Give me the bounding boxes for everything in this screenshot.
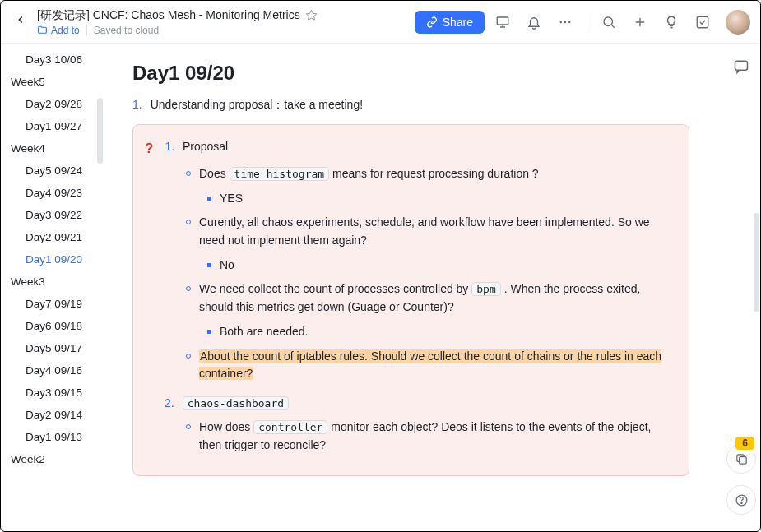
bullet-square-icon: [207, 197, 211, 201]
comments-button[interactable]: [733, 58, 749, 75]
svg-point-5: [564, 21, 566, 22]
q1-text: Does time histogram means for request pr…: [199, 165, 539, 183]
subtitle-row: Add to Saved to cloud: [37, 25, 318, 36]
share-label: Share: [443, 16, 473, 29]
q5-text: How does controller monitor each object?…: [199, 419, 674, 454]
code-controller: controller: [253, 420, 327, 434]
outline-day[interactable]: Day5 09/24: [1, 160, 107, 182]
svg-marker-0: [306, 10, 317, 20]
outline-day[interactable]: Day1 09/27: [1, 115, 107, 137]
q4: About the count of iptables rules. Shoul…: [186, 348, 674, 383]
task-button[interactable]: [689, 9, 716, 35]
lightbulb-icon: [664, 15, 679, 30]
doc-title[interactable]: [研发记录] CNCF: Chaos Mesh - Monitoring Met…: [37, 8, 300, 23]
item1-text: Understanding proposal：take a meeting!: [151, 98, 363, 113]
block2-list: How does controller monitor each object?…: [186, 419, 674, 454]
idea-button[interactable]: [658, 9, 684, 35]
q4-text: About the count of iptables rules. Shoul…: [199, 348, 674, 383]
outline-day[interactable]: Day3 09/22: [1, 204, 107, 226]
outline-day[interactable]: Day6 09/18: [1, 315, 107, 337]
bullet-ring-icon: [186, 354, 191, 359]
saved-status: Saved to cloud: [94, 25, 159, 36]
svg-rect-11: [697, 16, 708, 28]
outline-day[interactable]: Day3 10/06: [1, 49, 107, 71]
a1: YES: [207, 190, 674, 208]
ordered-item-1: 1. Understanding proposal：take a meeting…: [132, 98, 689, 113]
bullet-ring-icon: [186, 171, 191, 176]
outline-sidebar[interactable]: Day3 10/06Week5Day2 09/28Day1 09/27Week4…: [1, 44, 108, 531]
chevron-left-icon: [15, 14, 26, 25]
q1-pre: Does: [199, 167, 230, 180]
outline-day[interactable]: Day1 09/13: [1, 426, 107, 448]
svg-point-7: [604, 17, 613, 26]
rail-top: [733, 58, 749, 75]
proposal-label: Proposal: [183, 140, 228, 153]
outline-day[interactable]: Day1 09/20: [1, 248, 107, 271]
comment-count-badge[interactable]: 6: [735, 437, 754, 450]
star-button[interactable]: [305, 9, 318, 21]
share-button[interactable]: Share: [415, 11, 485, 34]
bell-icon: [527, 15, 541, 30]
proposal-number: 1.: [165, 140, 174, 153]
user-avatar[interactable]: [726, 10, 750, 35]
outline-day[interactable]: Day5 09/17: [1, 337, 107, 359]
search-icon: [601, 15, 616, 30]
sidebar-scrollbar[interactable]: [97, 98, 103, 164]
outline-day[interactable]: Day2 09/14: [1, 404, 107, 426]
callout-box: ? 1. Proposal Does time histogram means …: [132, 124, 689, 476]
star-icon: [305, 9, 318, 21]
separator: [86, 25, 87, 35]
svg-line-8: [611, 25, 614, 27]
page-scrollbar[interactable]: [754, 213, 759, 312]
bullet-square-icon: [207, 330, 211, 334]
outline-week[interactable]: Week3: [1, 271, 107, 293]
topbar-left: [研发记录] CNCF: Chaos Mesh - Monitoring Met…: [11, 8, 408, 36]
bullet-ring-icon: [186, 220, 191, 224]
q1: Does time histogram means for request pr…: [186, 165, 674, 183]
copy-icon: [735, 452, 749, 466]
rail-bottom: [726, 444, 756, 515]
outline-week[interactable]: Week2: [1, 448, 107, 470]
outline-week[interactable]: Week4: [1, 137, 107, 160]
help-button[interactable]: [726, 485, 756, 515]
outline-day[interactable]: Day4 09/23: [1, 182, 107, 204]
title-wrap: [研发记录] CNCF: Chaos Mesh - Monitoring Met…: [37, 8, 318, 36]
svg-point-4: [560, 21, 562, 22]
section-heading: Day1 09/20: [132, 62, 689, 85]
present-button[interactable]: [490, 9, 516, 35]
back-button[interactable]: [11, 10, 30, 30]
title-row: [研发记录] CNCF: Chaos Mesh - Monitoring Met…: [37, 8, 318, 23]
bullet-ring-icon: [186, 424, 191, 429]
presentation-icon: [495, 15, 510, 30]
q2: Curently, all chaos experiments, schedul…: [186, 214, 674, 249]
block-2: 2. chaos-dashboard: [165, 396, 674, 410]
bullet-square-icon: [207, 263, 211, 267]
q2-text: Curently, all chaos experiments, schedul…: [199, 214, 674, 249]
add-to-button[interactable]: Add to: [37, 25, 80, 36]
q1-post: means for request processing duration ?: [329, 167, 538, 180]
topbar-right: Share: [415, 9, 750, 35]
code-chaos-dashboard: chaos-dashboard: [183, 396, 289, 410]
svg-rect-1: [497, 17, 508, 25]
outline-day[interactable]: Day3 09/15: [1, 382, 107, 404]
q5-pre: How does: [199, 420, 253, 433]
search-button[interactable]: [596, 9, 622, 35]
check-square-icon: [695, 15, 710, 30]
outline-day[interactable]: Day2 09/28: [1, 93, 107, 115]
outline-day[interactable]: Day4 09/16: [1, 359, 107, 382]
highlighted-text: About the count of iptables rules. Shoul…: [199, 349, 661, 381]
document-content[interactable]: Day1 09/20 1. Understanding proposal：tak…: [108, 44, 722, 531]
svg-rect-13: [739, 456, 746, 464]
new-button[interactable]: [627, 9, 653, 35]
bullet-ring-icon: [186, 286, 191, 291]
outline-week[interactable]: Week5: [1, 71, 107, 93]
a1-text: YES: [220, 190, 243, 208]
link-icon: [426, 16, 438, 28]
more-button[interactable]: [552, 9, 578, 35]
a2-text: No: [220, 257, 234, 275]
q3: We need collect the count of processes c…: [186, 280, 674, 316]
outline-day[interactable]: Day2 09/21: [1, 226, 107, 248]
notification-button[interactable]: [521, 9, 547, 35]
outline-day[interactable]: Day7 09/19: [1, 293, 107, 315]
app-frame: [研发记录] CNCF: Chaos Mesh - Monitoring Met…: [0, 0, 761, 532]
